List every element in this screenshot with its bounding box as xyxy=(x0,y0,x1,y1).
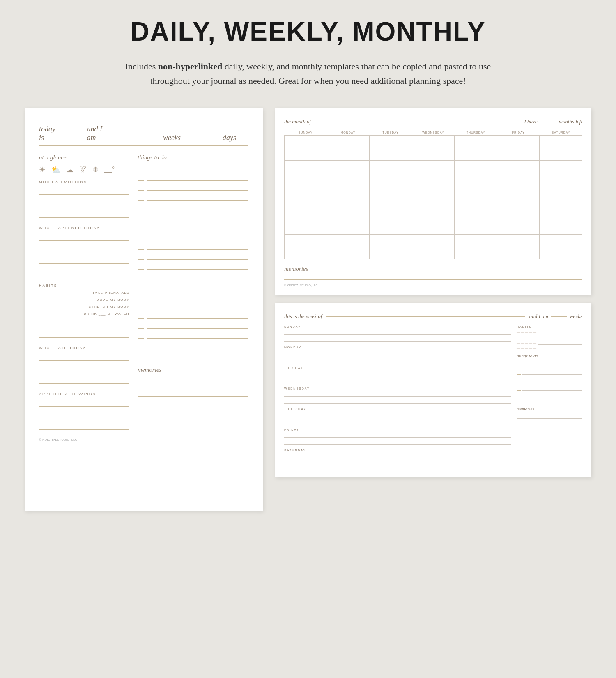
habit-dots-row-2: — — — — — xyxy=(517,335,582,339)
cal-day-sat: SATURDAY xyxy=(540,130,582,135)
dot-9: — xyxy=(529,336,532,339)
cal-cell xyxy=(540,185,582,210)
habit-dots-row: — — — — — xyxy=(517,330,582,334)
cal-cell xyxy=(412,210,455,235)
appetite-line-3 xyxy=(39,422,129,430)
dot-16: — xyxy=(517,346,520,350)
todo-item xyxy=(138,343,248,348)
weekly-memories-label: memories xyxy=(517,406,582,411)
habit2-label: MOVE MY BODY xyxy=(96,298,129,302)
weekly-memories-section: memories xyxy=(517,406,582,426)
todo-item xyxy=(138,195,248,201)
dot-10: — xyxy=(533,336,536,339)
weekly-days: SUNDAY MONDAY TUESDAY xyxy=(284,325,511,469)
thursday-line-1 xyxy=(284,411,511,417)
daily-planner: today is and I am weeks days at a glance… xyxy=(25,108,263,511)
cal-grid-body xyxy=(284,136,582,259)
cal-cell xyxy=(540,136,582,161)
what-happened-label: WHAT HAPPENED TODAY xyxy=(39,226,129,230)
thursday-label: THURSDAY xyxy=(284,408,511,410)
saturday-line-1 xyxy=(284,452,511,458)
mood-line-3 xyxy=(39,210,129,218)
cal-cell xyxy=(370,185,412,210)
friday-line-2 xyxy=(284,439,511,445)
sunday-line-1 xyxy=(284,329,511,335)
sunday-label: SUNDAY xyxy=(284,325,511,328)
todo-item xyxy=(138,323,248,329)
weekly-header: this is the week of and I am weeks xyxy=(284,313,582,320)
appetite-line-2 xyxy=(39,411,129,418)
weekly-things-to-do-label: things to do xyxy=(517,353,582,358)
cal-cell xyxy=(540,210,582,235)
dot-1: — xyxy=(517,330,520,334)
mood-line-2 xyxy=(39,199,129,206)
cal-cell xyxy=(497,161,540,185)
habit1-label: TAKE PRENATALS xyxy=(92,291,129,295)
cal-cell xyxy=(370,235,412,259)
cal-cell xyxy=(497,185,540,210)
small-todo xyxy=(517,376,582,380)
cal-cell xyxy=(412,235,455,259)
tuesday-line-1 xyxy=(284,370,511,376)
monthly-memories-label: memories xyxy=(284,265,317,272)
left-column: at a glance ☀ ⛅ ☁ ⛈ ❄ __° MOOD & EMOTION… xyxy=(39,154,129,442)
cal-cell xyxy=(412,185,455,210)
week-of-label: this is the week of xyxy=(284,313,322,320)
todo-item xyxy=(138,165,248,171)
todo-item xyxy=(138,254,248,260)
cal-cell xyxy=(370,136,412,161)
two-col-layout: at a glance ☀ ⛅ ☁ ⛈ ❄ __° MOOD & EMOTION… xyxy=(39,154,248,442)
todo-item xyxy=(138,313,248,319)
dot-8: — xyxy=(525,336,528,339)
small-todo xyxy=(517,371,582,375)
cal-cell xyxy=(540,161,582,185)
small-todo xyxy=(517,360,582,364)
memories-section: memories xyxy=(138,367,248,408)
memories-label: memories xyxy=(138,367,248,374)
small-todo xyxy=(517,387,582,391)
monthly-memories: memories xyxy=(284,263,582,272)
todo-item xyxy=(138,205,248,210)
ate-line-1 xyxy=(39,353,129,361)
right-column: things to do xyxy=(138,154,248,442)
rain-icon: ⛈ xyxy=(79,165,87,174)
tuesday-label: TUESDAY xyxy=(284,367,511,369)
cal-cell xyxy=(370,161,412,185)
cal-day-thu: THURSDAY xyxy=(455,130,497,135)
daily-header: today is and I am weeks days xyxy=(39,125,248,146)
todo-item xyxy=(138,353,248,358)
templates-row: today is and I am weeks days at a glance… xyxy=(25,108,591,511)
week-day-friday: FRIDAY xyxy=(284,428,511,445)
saturday-label: SATURDAY xyxy=(284,449,511,452)
monthly-header: the month of I have months left xyxy=(284,118,582,125)
small-todo xyxy=(517,381,582,385)
cal-cell xyxy=(285,235,327,259)
tuesday-line-2 xyxy=(284,377,511,383)
monday-line-2 xyxy=(284,357,511,362)
habit-dots-row-3: — — — — — xyxy=(517,341,582,345)
small-todo xyxy=(517,365,582,369)
daily-copyright: © KDIGITALSTUDIO, LLC xyxy=(39,438,129,442)
habit-row-3: STRETCH MY BODY xyxy=(39,305,129,309)
memories-line-2 xyxy=(138,389,248,397)
weather-icons: ☀ ⛅ ☁ ⛈ ❄ __° xyxy=(39,165,129,174)
dot-20: — xyxy=(533,346,536,350)
today-is-label: today is xyxy=(39,125,62,142)
and-i-am-label: and I am xyxy=(87,125,113,142)
cal-cell xyxy=(497,136,540,161)
cal-cell xyxy=(285,161,327,185)
habit-extra-line-1 xyxy=(39,319,129,326)
week-day-tuesday: TUESDAY xyxy=(284,367,511,383)
dot-17: — xyxy=(521,346,524,350)
habit-extra-line-2 xyxy=(39,330,129,338)
monthly-planner: the month of I have months left SUNDAY M… xyxy=(275,108,591,295)
what-ate-label: WHAT I ATE TODAY xyxy=(39,346,129,350)
cal-cell xyxy=(455,161,497,185)
saturday-line-2 xyxy=(284,459,511,465)
appetite-label: APPETITE & CRAVINGS xyxy=(39,392,129,396)
dot-13: — xyxy=(525,341,528,345)
monday-label: MONDAY xyxy=(284,346,511,349)
sunday-line-2 xyxy=(284,336,511,342)
dot-11: — xyxy=(517,341,520,345)
todo-item xyxy=(138,234,248,240)
